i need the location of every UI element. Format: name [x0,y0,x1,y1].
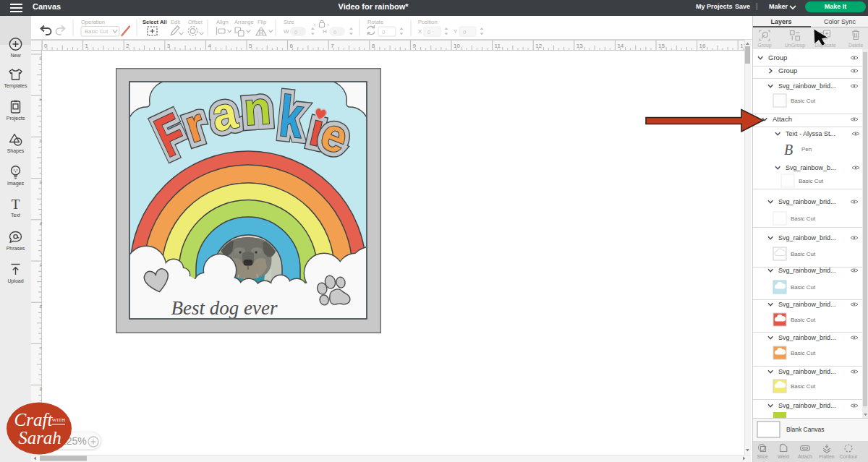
svg-text:Basic Cut: Basic Cut [791,317,816,323]
svg-text:Phrases: Phrases [7,246,25,251]
svg-text:5: 5 [38,263,43,267]
svg-text:Size: Size [284,19,294,25]
svg-text:Templates: Templates [4,83,27,89]
svg-text:0: 0 [427,29,430,35]
svg-text:Upload: Upload [7,278,23,284]
svg-text:Rotate: Rotate [367,19,383,25]
svg-text:5: 5 [249,43,252,49]
svg-text:Basic Cut: Basic Cut [791,215,816,222]
svg-text:Operation: Operation [81,19,105,25]
svg-text:Flip: Flip [258,19,266,25]
svg-text:Pen: Pen [801,146,812,153]
svg-text:0: 0 [463,29,466,35]
svg-text:Contour: Contour [840,454,859,459]
svg-text:Y: Y [454,28,458,35]
svg-text:Offset: Offset [188,19,203,25]
svg-text:Sarah: Sarah [18,428,61,448]
svg-text:Color Sync: Color Sync [824,18,856,25]
svg-text:Arrange: Arrange [234,19,254,25]
svg-text:0: 0 [44,43,48,49]
svg-text:T: T [12,197,20,212]
svg-text:Select All: Select All [142,19,167,25]
svg-text:Attach: Attach [773,115,792,123]
svg-text:Svg_rainbow_brid...: Svg_rainbow_brid... [778,334,836,341]
svg-text:Shapes: Shapes [7,148,25,154]
svg-text:Svg_rainbow_brid...: Svg_rainbow_brid... [778,82,836,90]
svg-text:Basic Cut: Basic Cut [791,98,816,104]
svg-text:7: 7 [38,346,43,349]
svg-text:Basic Cut: Basic Cut [799,178,824,184]
svg-text:15: 15 [658,43,665,49]
svg-text:1: 1 [38,98,43,101]
svg-text:UnGroup: UnGroup [785,43,806,48]
svg-text:Svg_rainbow_brid...: Svg_rainbow_brid... [778,267,836,274]
svg-text:Basic Cut: Basic Cut [791,350,816,356]
svg-text:New: New [10,53,21,58]
svg-text:6: 6 [290,43,294,49]
svg-text:Svg_rainbow_b...: Svg_rainbow_b... [786,164,836,171]
svg-text:4: 4 [208,43,211,49]
svg-text:8: 8 [38,388,43,391]
svg-text:WITH: WITH [52,417,65,423]
svg-text:Align: Align [216,19,229,25]
svg-text:14: 14 [617,43,624,49]
svg-text:Basic Cut: Basic Cut [791,284,816,291]
svg-text:Svg_rainbow_brid...: Svg_rainbow_brid... [778,402,836,409]
svg-text:2: 2 [38,139,43,142]
svg-text:Delete: Delete [848,43,863,48]
svg-text:Slice: Slice [757,454,767,459]
svg-text:Svg_rainbow_brid...: Svg_rainbow_brid... [778,234,836,241]
svg-text:Group: Group [778,67,797,74]
svg-text:Svg_rainbow_brid...: Svg_rainbow_brid... [778,368,836,375]
svg-text:11: 11 [495,43,501,49]
svg-text:16: 16 [699,43,706,49]
svg-text:13: 13 [576,43,583,49]
svg-text:3: 3 [167,43,171,49]
svg-text:n: n [242,81,273,134]
svg-text:Images: Images [7,181,24,187]
svg-text:B: B [784,142,793,158]
svg-text:Weld: Weld [778,454,789,459]
svg-text:9: 9 [412,43,416,49]
svg-text:Craft: Craft [14,410,54,429]
svg-text:3: 3 [38,181,43,184]
svg-text:Projects: Projects [7,116,25,121]
svg-text:6: 6 [38,304,43,308]
svg-text:X: X [418,28,422,35]
svg-text:Layers: Layers [770,18,791,25]
svg-text:0: 0 [38,56,43,60]
svg-text:Basic Cut: Basic Cut [791,251,816,257]
svg-text:Flatten: Flatten [819,454,835,459]
svg-text:Position: Position [418,19,438,25]
svg-text:10: 10 [454,43,460,49]
svg-text:0: 0 [382,29,385,35]
svg-text:1: 1 [85,43,89,49]
svg-text:Svg_rainbow_brid...: Svg_rainbow_brid... [778,198,836,205]
svg-text:H: H [323,28,327,35]
svg-text:Group: Group [757,43,772,48]
svg-text:Text: Text [11,213,20,218]
svg-text:Svg_rainbow_brid...: Svg_rainbow_brid... [778,301,836,308]
svg-text:Best dog ever: Best dog ever [171,297,278,319]
svg-text:2: 2 [126,43,129,49]
svg-text:Text - Alyssa St...: Text - Alyssa St... [786,130,835,137]
svg-text:0: 0 [333,29,336,35]
svg-text:0: 0 [294,29,297,35]
svg-text:Group: Group [768,54,787,61]
svg-text:Blank Canvas: Blank Canvas [786,426,824,433]
svg-text:Basic Cut: Basic Cut [85,28,109,35]
svg-text:8: 8 [372,43,375,49]
svg-text:Attach: Attach [798,454,812,459]
svg-text:W: W [284,28,289,35]
svg-text:7: 7 [331,43,334,49]
svg-text:Edit: Edit [171,19,181,25]
svg-text:Basic Cut: Basic Cut [791,383,816,390]
svg-text:4: 4 [38,222,43,226]
svg-text:12: 12 [535,43,542,49]
